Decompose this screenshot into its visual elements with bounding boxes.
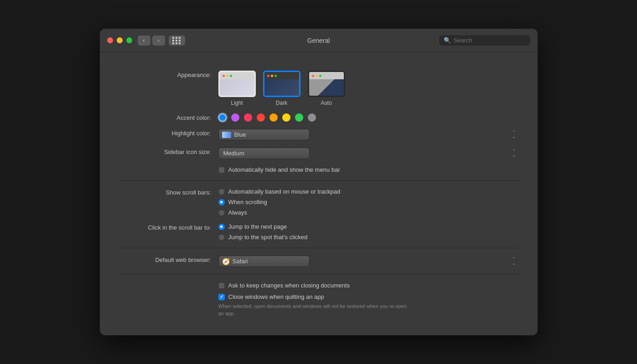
appearance-light[interactable]: Light bbox=[218, 71, 256, 106]
scroll-auto-row[interactable]: Automatically based on mouse or trackpad bbox=[218, 188, 519, 195]
settings-window: ‹ › General 🔍 Appearance: bbox=[100, 29, 538, 335]
ask-changes-checkbox[interactable] bbox=[218, 282, 225, 289]
browser-label: Default web browser: bbox=[118, 256, 218, 263]
accent-color-row: Accent color: bbox=[118, 113, 519, 122]
browser-controls: 🧭 Safari Chrome Firefox ⌃⌄ bbox=[218, 256, 519, 267]
browser-section: Default web browser: 🧭 Safari Chrome Fir… bbox=[118, 248, 519, 274]
search-input[interactable] bbox=[454, 37, 526, 44]
grid-view-button[interactable] bbox=[169, 36, 185, 46]
auto-hide-menu-label: Automatically hide and show the menu bar bbox=[228, 166, 340, 173]
scroll-scrolling-radio[interactable] bbox=[218, 199, 225, 205]
close-button[interactable] bbox=[107, 37, 113, 43]
traffic-lights bbox=[107, 37, 132, 43]
close-windows-label: Close windows when quitting an app bbox=[228, 293, 324, 300]
accent-graphite[interactable] bbox=[308, 113, 316, 122]
scroll-bars-controls: Automatically based on mouse or trackpad… bbox=[218, 188, 519, 216]
minimize-button[interactable] bbox=[117, 37, 123, 43]
maximize-button[interactable] bbox=[126, 37, 132, 43]
highlight-select[interactable]: Blue Gold Graphite Green Orange Pink Pur… bbox=[218, 129, 310, 140]
scroll-scrolling-row[interactable]: When scrolling bbox=[218, 199, 519, 205]
sidebar-icon-row: Sidebar icon size: Small Medium Large bbox=[118, 148, 519, 159]
click-scroll-controls: Jump to the next page Jump to the spot t… bbox=[218, 223, 519, 241]
appearance-light-thumb bbox=[218, 71, 256, 97]
forward-button[interactable]: › bbox=[152, 36, 165, 46]
accent-color-controls bbox=[218, 113, 519, 122]
appearance-light-label: Light bbox=[231, 100, 243, 106]
auto-hide-menu-checkbox-row[interactable]: Automatically hide and show the menu bar bbox=[218, 166, 519, 173]
nav-buttons: ‹ › bbox=[138, 36, 165, 46]
browser-row: Default web browser: 🧭 Safari Chrome Fir… bbox=[118, 256, 519, 267]
appearance-section: Appearance: Light bbox=[118, 63, 519, 180]
highlight-chevron-icon: ⌃⌄ bbox=[512, 130, 516, 140]
menu-bar-row: Automatically hide and show the menu bar bbox=[118, 166, 519, 173]
scroll-bars-row: Show scroll bars: Automatically based on… bbox=[118, 188, 519, 216]
highlight-swatch bbox=[222, 132, 231, 138]
browser-chevron-icon: ⌃⌄ bbox=[512, 256, 516, 267]
appearance-auto-label: Auto bbox=[321, 100, 332, 106]
appearance-controls: Light Dark bbox=[218, 71, 519, 106]
click-spot-row[interactable]: Jump to the spot that's clicked bbox=[218, 234, 519, 241]
ask-changes-checkbox-row[interactable]: Ask to keep changes when closing documen… bbox=[218, 282, 519, 289]
documents-section: Ask to keep changes when closing documen… bbox=[118, 274, 519, 324]
titlebar: ‹ › General 🔍 bbox=[100, 29, 538, 52]
search-box[interactable]: 🔍 bbox=[439, 35, 530, 46]
back-button[interactable]: ‹ bbox=[138, 36, 150, 46]
click-scroll-row: Click in the scroll bar to: Jump to the … bbox=[118, 223, 519, 241]
accent-purple[interactable] bbox=[231, 113, 239, 122]
menu-bar-controls: Automatically hide and show the menu bar bbox=[218, 166, 519, 173]
appearance-auto-thumb bbox=[308, 71, 345, 97]
highlight-color-row: Highlight color: Blue Gold Graphite Gree… bbox=[118, 129, 519, 140]
safari-select-wrap: 🧭 Safari Chrome Firefox ⌃⌄ bbox=[218, 256, 519, 267]
scroll-always-row[interactable]: Always bbox=[218, 209, 519, 216]
appearance-options: Light Dark bbox=[218, 71, 519, 106]
scroll-always-radio[interactable] bbox=[218, 210, 225, 216]
accent-colors bbox=[218, 113, 519, 122]
grid-icon bbox=[172, 37, 181, 44]
accent-green[interactable] bbox=[295, 113, 303, 122]
browser-select[interactable]: Safari Chrome Firefox bbox=[218, 256, 310, 267]
accent-blue[interactable] bbox=[218, 113, 227, 122]
ask-changes-label: Ask to keep changes when closing documen… bbox=[228, 282, 350, 289]
click-next-page-radio[interactable] bbox=[218, 224, 225, 230]
accent-color-label: Accent color: bbox=[118, 113, 218, 121]
click-scroll-label: Click in the scroll bar to: bbox=[118, 223, 218, 231]
close-windows-checkbox-row[interactable]: Close windows when quitting an app bbox=[218, 293, 519, 300]
documents-row: Ask to keep changes when closing documen… bbox=[118, 282, 519, 317]
scroll-auto-radio[interactable] bbox=[218, 189, 225, 195]
scroll-bars-label: Show scroll bars: bbox=[118, 188, 218, 196]
sidebar-icon-controls: Small Medium Large bbox=[218, 148, 519, 159]
appearance-label: Appearance: bbox=[118, 71, 218, 78]
documents-controls: Ask to keep changes when closing documen… bbox=[218, 282, 519, 317]
accent-pink[interactable] bbox=[244, 113, 252, 122]
accent-orange[interactable] bbox=[269, 113, 278, 122]
settings-content: Appearance: Light bbox=[100, 52, 538, 335]
documents-label-empty bbox=[118, 282, 218, 283]
sidebar-select-wrap: Small Medium Large bbox=[218, 148, 519, 159]
safari-icon: 🧭 bbox=[222, 258, 230, 265]
sidebar-size-select[interactable]: Small Medium Large bbox=[218, 148, 310, 159]
sidebar-icon-label: Sidebar icon size: bbox=[118, 148, 218, 155]
scroll-always-label: Always bbox=[228, 209, 247, 216]
click-next-page-row[interactable]: Jump to the next page bbox=[218, 223, 519, 230]
appearance-dark-thumb bbox=[263, 71, 300, 97]
click-spot-radio[interactable] bbox=[218, 234, 225, 241]
close-windows-hint: When selected, open documents and window… bbox=[218, 303, 410, 317]
highlight-color-controls: Blue Gold Graphite Green Orange Pink Pur… bbox=[218, 129, 519, 140]
appearance-row: Appearance: Light bbox=[118, 71, 519, 106]
accent-red[interactable] bbox=[257, 113, 265, 122]
scroll-auto-label: Automatically based on mouse or trackpad bbox=[228, 188, 341, 195]
click-next-page-label: Jump to the next page bbox=[228, 223, 287, 230]
highlight-color-label: Highlight color: bbox=[118, 129, 218, 137]
highlight-select-wrap: Blue Gold Graphite Green Orange Pink Pur… bbox=[218, 129, 519, 140]
close-windows-checkbox[interactable] bbox=[218, 294, 225, 300]
scroll-scrolling-label: When scrolling bbox=[228, 199, 267, 205]
menu-bar-label-empty bbox=[118, 166, 218, 167]
appearance-dark[interactable]: Dark bbox=[263, 71, 300, 106]
search-icon: 🔍 bbox=[444, 37, 451, 44]
auto-hide-menu-checkbox[interactable] bbox=[218, 167, 225, 173]
scroll-section: Show scroll bars: Automatically based on… bbox=[118, 180, 519, 248]
click-spot-label: Jump to the spot that's clicked bbox=[228, 234, 308, 241]
appearance-dark-label: Dark bbox=[276, 100, 287, 106]
accent-yellow[interactable] bbox=[282, 113, 290, 122]
appearance-auto[interactable]: Auto bbox=[308, 71, 345, 106]
